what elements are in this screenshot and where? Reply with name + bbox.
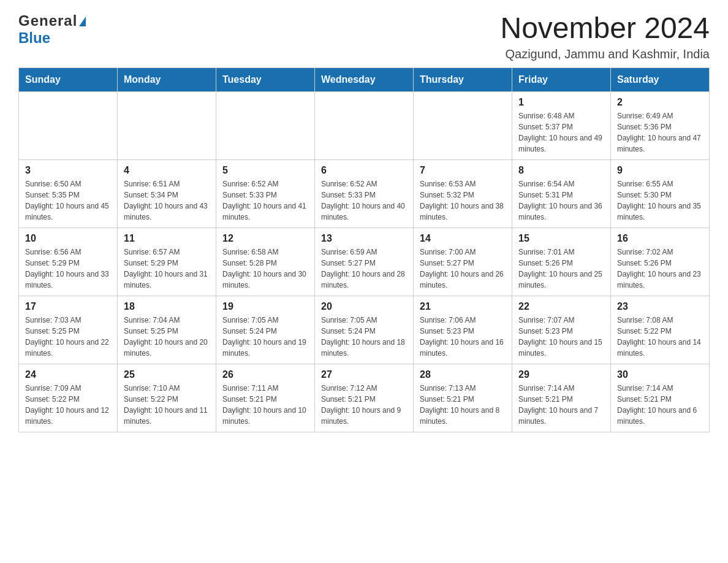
- calendar-header-row: SundayMondayTuesdayWednesdayThursdayFrid…: [19, 67, 710, 91]
- day-number: 9: [617, 165, 703, 176]
- day-header-sunday: Sunday: [19, 67, 118, 91]
- calendar-cell: 10Sunrise: 6:56 AM Sunset: 5:29 PM Dayli…: [19, 228, 118, 296]
- day-number: 22: [518, 301, 604, 312]
- day-info: Sunrise: 6:53 AM Sunset: 5:32 PM Dayligh…: [420, 178, 506, 223]
- calendar-week-1: 1Sunrise: 6:48 AM Sunset: 5:37 PM Daylig…: [19, 91, 710, 159]
- day-header-wednesday: Wednesday: [315, 67, 414, 91]
- page-header: General Blue November 2024 Qazigund, Jam…: [18, 12, 710, 61]
- day-info: Sunrise: 7:09 AM Sunset: 5:22 PM Dayligh…: [25, 383, 111, 427]
- calendar-cell: 11Sunrise: 6:57 AM Sunset: 5:29 PM Dayli…: [118, 228, 216, 296]
- calendar-cell: 7Sunrise: 6:53 AM Sunset: 5:32 PM Daylig…: [414, 159, 512, 228]
- calendar-cell: 24Sunrise: 7:09 AM Sunset: 5:22 PM Dayli…: [19, 364, 118, 432]
- day-number: 24: [25, 369, 111, 380]
- day-info: Sunrise: 7:06 AM Sunset: 5:23 PM Dayligh…: [420, 315, 506, 359]
- calendar-cell: 13Sunrise: 6:59 AM Sunset: 5:27 PM Dayli…: [315, 228, 414, 296]
- calendar-cell: [216, 91, 315, 159]
- calendar-cell: 23Sunrise: 7:08 AM Sunset: 5:22 PM Dayli…: [611, 296, 710, 364]
- day-number: 20: [321, 301, 407, 312]
- day-info: Sunrise: 6:56 AM Sunset: 5:29 PM Dayligh…: [25, 247, 111, 291]
- day-info: Sunrise: 6:57 AM Sunset: 5:29 PM Dayligh…: [124, 247, 210, 291]
- calendar-subtitle: Qazigund, Jammu and Kashmir, India: [500, 47, 710, 61]
- day-number: 18: [124, 301, 210, 312]
- calendar-cell: 15Sunrise: 7:01 AM Sunset: 5:26 PM Dayli…: [512, 228, 611, 296]
- calendar-cell: 16Sunrise: 7:02 AM Sunset: 5:26 PM Dayli…: [611, 228, 710, 296]
- day-number: 10: [25, 233, 111, 244]
- calendar-cell: 5Sunrise: 6:52 AM Sunset: 5:33 PM Daylig…: [216, 159, 315, 228]
- calendar-table: SundayMondayTuesdayWednesdayThursdayFrid…: [18, 67, 710, 432]
- day-number: 14: [420, 233, 506, 244]
- day-number: 3: [25, 165, 111, 176]
- title-block: November 2024 Qazigund, Jammu and Kashmi…: [500, 12, 710, 61]
- day-header-monday: Monday: [118, 67, 216, 91]
- day-number: 5: [222, 165, 308, 176]
- day-number: 27: [321, 369, 407, 380]
- calendar-cell: [19, 91, 118, 159]
- day-number: 12: [222, 233, 308, 244]
- calendar-cell: 25Sunrise: 7:10 AM Sunset: 5:22 PM Dayli…: [118, 364, 216, 432]
- day-info: Sunrise: 7:05 AM Sunset: 5:24 PM Dayligh…: [222, 315, 308, 359]
- calendar-cell: 6Sunrise: 6:52 AM Sunset: 5:33 PM Daylig…: [315, 159, 414, 228]
- day-number: 19: [222, 301, 308, 312]
- day-number: 8: [518, 165, 604, 176]
- calendar-cell: 27Sunrise: 7:12 AM Sunset: 5:21 PM Dayli…: [315, 364, 414, 432]
- day-info: Sunrise: 7:13 AM Sunset: 5:21 PM Dayligh…: [420, 383, 506, 427]
- day-number: 2: [617, 97, 703, 108]
- calendar-week-2: 3Sunrise: 6:50 AM Sunset: 5:35 PM Daylig…: [19, 159, 710, 228]
- day-info: Sunrise: 7:02 AM Sunset: 5:26 PM Dayligh…: [617, 247, 703, 291]
- day-number: 11: [124, 233, 210, 244]
- logo-general-text: General: [18, 12, 77, 29]
- day-number: 16: [617, 233, 703, 244]
- logo-triangle-icon: [79, 17, 86, 26]
- calendar-cell: 18Sunrise: 7:04 AM Sunset: 5:25 PM Dayli…: [118, 296, 216, 364]
- day-info: Sunrise: 7:11 AM Sunset: 5:21 PM Dayligh…: [222, 383, 308, 427]
- calendar-cell: 20Sunrise: 7:05 AM Sunset: 5:24 PM Dayli…: [315, 296, 414, 364]
- day-info: Sunrise: 7:05 AM Sunset: 5:24 PM Dayligh…: [321, 315, 407, 359]
- day-header-friday: Friday: [512, 67, 611, 91]
- day-number: 13: [321, 233, 407, 244]
- day-number: 26: [222, 369, 308, 380]
- day-info: Sunrise: 7:04 AM Sunset: 5:25 PM Dayligh…: [124, 315, 210, 359]
- calendar-cell: 26Sunrise: 7:11 AM Sunset: 5:21 PM Dayli…: [216, 364, 315, 432]
- calendar-cell: 17Sunrise: 7:03 AM Sunset: 5:25 PM Dayli…: [19, 296, 118, 364]
- calendar-cell: 8Sunrise: 6:54 AM Sunset: 5:31 PM Daylig…: [512, 159, 611, 228]
- day-info: Sunrise: 7:14 AM Sunset: 5:21 PM Dayligh…: [617, 383, 703, 427]
- day-number: 6: [321, 165, 407, 176]
- calendar-week-4: 17Sunrise: 7:03 AM Sunset: 5:25 PM Dayli…: [19, 296, 710, 364]
- calendar-cell: [414, 91, 512, 159]
- calendar-cell: 29Sunrise: 7:14 AM Sunset: 5:21 PM Dayli…: [512, 364, 611, 432]
- day-info: Sunrise: 7:12 AM Sunset: 5:21 PM Dayligh…: [321, 383, 407, 427]
- calendar-cell: 4Sunrise: 6:51 AM Sunset: 5:34 PM Daylig…: [118, 159, 216, 228]
- calendar-title: November 2024: [500, 12, 710, 45]
- calendar-cell: 1Sunrise: 6:48 AM Sunset: 5:37 PM Daylig…: [512, 91, 611, 159]
- day-number: 30: [617, 369, 703, 380]
- day-info: Sunrise: 6:52 AM Sunset: 5:33 PM Dayligh…: [321, 178, 407, 223]
- day-header-thursday: Thursday: [414, 67, 512, 91]
- calendar-cell: 21Sunrise: 7:06 AM Sunset: 5:23 PM Dayli…: [414, 296, 512, 364]
- day-info: Sunrise: 6:55 AM Sunset: 5:30 PM Dayligh…: [617, 178, 703, 223]
- day-info: Sunrise: 7:10 AM Sunset: 5:22 PM Dayligh…: [124, 383, 210, 427]
- calendar-cell: [118, 91, 216, 159]
- calendar-cell: 28Sunrise: 7:13 AM Sunset: 5:21 PM Dayli…: [414, 364, 512, 432]
- calendar-cell: 2Sunrise: 6:49 AM Sunset: 5:36 PM Daylig…: [611, 91, 710, 159]
- day-number: 29: [518, 369, 604, 380]
- day-number: 7: [420, 165, 506, 176]
- day-number: 28: [420, 369, 506, 380]
- day-number: 4: [124, 165, 210, 176]
- day-number: 15: [518, 233, 604, 244]
- day-info: Sunrise: 7:00 AM Sunset: 5:27 PM Dayligh…: [420, 247, 506, 291]
- day-info: Sunrise: 7:14 AM Sunset: 5:21 PM Dayligh…: [518, 383, 604, 427]
- day-info: Sunrise: 6:52 AM Sunset: 5:33 PM Dayligh…: [222, 178, 308, 223]
- calendar-cell: 3Sunrise: 6:50 AM Sunset: 5:35 PM Daylig…: [19, 159, 118, 228]
- day-info: Sunrise: 7:03 AM Sunset: 5:25 PM Dayligh…: [25, 315, 111, 359]
- calendar-cell: 9Sunrise: 6:55 AM Sunset: 5:30 PM Daylig…: [611, 159, 710, 228]
- day-number: 1: [518, 97, 604, 108]
- day-info: Sunrise: 6:58 AM Sunset: 5:28 PM Dayligh…: [222, 247, 308, 291]
- calendar-cell: 30Sunrise: 7:14 AM Sunset: 5:21 PM Dayli…: [611, 364, 710, 432]
- day-info: Sunrise: 7:07 AM Sunset: 5:23 PM Dayligh…: [518, 315, 604, 359]
- logo: General Blue: [18, 12, 86, 47]
- day-info: Sunrise: 6:48 AM Sunset: 5:37 PM Dayligh…: [518, 110, 604, 155]
- day-info: Sunrise: 6:59 AM Sunset: 5:27 PM Dayligh…: [321, 247, 407, 291]
- day-header-tuesday: Tuesday: [216, 67, 315, 91]
- day-number: 25: [124, 369, 210, 380]
- day-number: 23: [617, 301, 703, 312]
